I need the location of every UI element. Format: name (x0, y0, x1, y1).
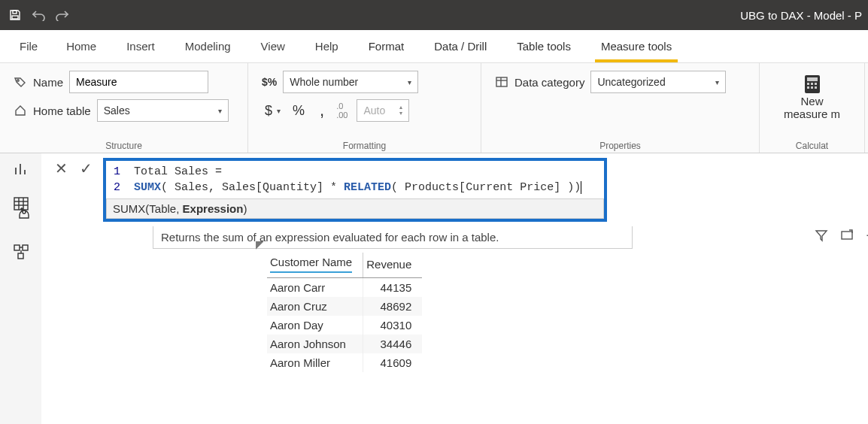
tab-measure-tools[interactable]: Measure tools (586, 29, 687, 62)
table-row: Aaron Carr44135 (267, 278, 422, 298)
column-header[interactable]: Customer Name (267, 253, 363, 278)
chevron-down-icon: ▾ (218, 107, 222, 115)
svg-rect-7 (807, 77, 818, 81)
format-value: Whole number (290, 76, 358, 88)
structure-caption: Structure (0, 141, 247, 151)
tab-view[interactable]: View (246, 29, 300, 62)
formula-cancel-icon[interactable]: ✕ (47, 158, 75, 179)
svg-rect-9 (811, 83, 813, 85)
formatting-caption: Formatting (248, 141, 481, 151)
line-number: 1 (114, 165, 120, 178)
intellisense-signature: SUMX(Table, Expression) (106, 198, 604, 219)
svg-rect-1 (12, 16, 18, 19)
tab-help[interactable]: Help (300, 29, 354, 62)
data-category-value: Uncategorized (597, 76, 665, 88)
svg-point-2 (17, 80, 19, 81)
formula-editor[interactable]: 1 Total Sales = 2 SUMX( Sales, Sales[Qua… (103, 158, 607, 222)
measure-name-input[interactable] (69, 71, 208, 93)
focus-mode-icon[interactable] (840, 229, 854, 242)
save-icon[interactable] (9, 9, 21, 21)
decimals-spinner[interactable]: Auto ▴▾ (357, 99, 409, 122)
model-view-icon[interactable] (13, 244, 29, 260)
dax-keyword: RELATED (344, 181, 391, 194)
svg-rect-12 (811, 86, 813, 89)
decimals-value: Auto (363, 104, 385, 117)
comma-button[interactable]: , (317, 107, 327, 114)
tag-icon (14, 75, 27, 89)
home-table-select[interactable]: Sales ▾ (97, 99, 229, 122)
tab-insert[interactable]: Insert (111, 29, 170, 62)
format-icon: $% (262, 76, 277, 88)
home-table-label: Home table (33, 104, 91, 117)
formula-line-1: Total Sales = (134, 165, 222, 178)
formula-text: ( Sales, Sales[Quantity] * (161, 181, 344, 194)
tab-format[interactable]: Format (354, 29, 420, 62)
filter-icon[interactable] (815, 229, 828, 242)
svg-point-22 (23, 210, 26, 214)
column-header[interactable]: Revenue (363, 253, 423, 278)
decimal-places-icon[interactable]: .0.00 (336, 101, 348, 120)
resize-handle[interactable]: ◤ (256, 238, 264, 250)
svg-rect-25 (18, 253, 23, 259)
chevron-down-icon: ▾ (408, 78, 411, 86)
home-table-icon (14, 104, 27, 117)
data-table: Customer Name Revenue Aaron Carr44135 Aa… (267, 253, 422, 372)
new-measure-label-2: measure m (784, 108, 840, 120)
svg-rect-28 (842, 232, 852, 239)
percent-button[interactable]: % (290, 103, 308, 119)
properties-caption: Properties (481, 141, 759, 151)
undo-icon[interactable] (32, 9, 45, 21)
tab-home[interactable]: Home (51, 29, 111, 62)
redo-icon[interactable] (56, 9, 69, 21)
tab-modeling[interactable]: Modeling (170, 29, 246, 62)
dax-keyword: SUMX (134, 181, 161, 194)
svg-rect-0 (13, 11, 17, 14)
currency-dropdown-icon[interactable]: ▾ (277, 107, 281, 115)
tab-data-drill[interactable]: Data / Drill (419, 29, 502, 62)
data-category-icon (495, 75, 508, 89)
svg-rect-24 (23, 245, 28, 250)
name-label: Name (33, 76, 63, 89)
calculator-icon (802, 74, 823, 95)
table-row: Aaron Miller41609 (267, 353, 422, 372)
new-measure-label-1: New (800, 95, 823, 108)
svg-rect-10 (815, 83, 817, 85)
data-category-label: Data category (514, 76, 584, 89)
svg-rect-8 (807, 83, 809, 85)
format-select[interactable]: Whole number ▾ (283, 71, 418, 93)
home-table-value: Sales (104, 104, 130, 117)
data-view-icon[interactable] (13, 195, 29, 212)
formula-text: ( Products[Current Price] ) (391, 181, 574, 194)
data-category-select[interactable]: Uncategorized ▾ (590, 71, 726, 93)
calculations-caption: Calculat (760, 141, 864, 151)
formula-commit-icon[interactable]: ✓ (75, 158, 97, 179)
chevron-down-icon: ▾ (715, 78, 719, 86)
svg-rect-23 (14, 245, 20, 250)
svg-rect-13 (815, 86, 817, 89)
tab-file[interactable]: File (6, 29, 51, 62)
table-row: Aaron Cruz48692 (267, 297, 422, 316)
tab-table-tools[interactable]: Table tools (502, 29, 586, 62)
table-row: Aaron Day40310 (267, 316, 422, 335)
svg-rect-11 (807, 86, 809, 89)
table-visual[interactable]: ··· ◤ ◥ Customer Name Revenue Aaron Carr… (259, 242, 868, 407)
svg-rect-3 (496, 77, 507, 86)
report-view-icon[interactable] (13, 161, 29, 177)
table-row: Aaron Johnson34446 (267, 335, 422, 353)
currency-button[interactable]: $ (262, 103, 275, 119)
app-title: UBG to DAX - Model - P (740, 9, 868, 22)
line-number: 2 (114, 181, 120, 194)
new-measure-button[interactable]: New measure m (776, 71, 848, 123)
